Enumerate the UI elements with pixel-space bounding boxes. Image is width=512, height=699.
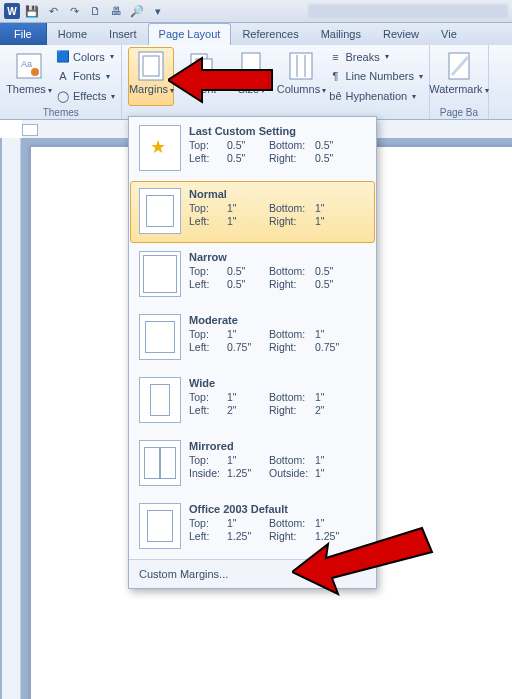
qat-button-5[interactable]: 🖶 bbox=[107, 2, 125, 20]
effects-button[interactable]: ◯Effects▾ bbox=[56, 87, 115, 106]
lbl: Top: bbox=[189, 328, 227, 340]
title-bar: W 💾 ↶ ↷ 🗋 🖶 🔎 ▾ bbox=[0, 0, 512, 23]
lbl: Left: bbox=[189, 404, 227, 416]
fonts-button[interactable]: AFonts▾ bbox=[56, 67, 115, 86]
val: 0.75" bbox=[227, 341, 269, 353]
tab-review[interactable]: Review bbox=[372, 23, 430, 45]
lbl: Bottom: bbox=[269, 202, 315, 214]
custom-margins-label: Custom Margins... bbox=[139, 568, 228, 580]
margins-icon bbox=[135, 50, 167, 82]
val: 1" bbox=[315, 215, 355, 227]
line-numbers-label: Line Numbers bbox=[345, 70, 413, 82]
margin-option-mirrored[interactable]: Mirrored Top:1"Bottom:1" Inside:1.25"Out… bbox=[130, 433, 375, 495]
lbl: Left: bbox=[189, 152, 227, 164]
chevron-down-icon: ▾ bbox=[412, 92, 416, 101]
tab-references[interactable]: References bbox=[231, 23, 309, 45]
margin-option-last-custom[interactable]: Last Custom Setting Top:0.5"Bottom:0.5" … bbox=[130, 118, 375, 180]
margin-option-office-2003[interactable]: Office 2003 Default Top:1"Bottom:1" Left… bbox=[130, 496, 375, 558]
svg-rect-8 bbox=[290, 53, 312, 79]
val: 0.5" bbox=[227, 265, 269, 277]
orientation-button[interactable]: Orientation bbox=[178, 47, 224, 106]
margin-option-normal[interactable]: Normal Top:1"Bottom:1" Left:1"Right:1" bbox=[130, 181, 375, 243]
lbl: Right: bbox=[269, 341, 315, 353]
lbl: Top: bbox=[189, 454, 227, 466]
margin-preview-icon bbox=[139, 503, 181, 549]
lbl: Right: bbox=[269, 215, 315, 227]
chevron-down-icon: ▾ bbox=[419, 72, 423, 81]
qat-redo[interactable]: ↷ bbox=[65, 2, 83, 20]
tab-file[interactable]: File bbox=[0, 23, 47, 45]
lbl: Bottom: bbox=[269, 328, 315, 340]
val: 1" bbox=[315, 328, 355, 340]
tab-mailings[interactable]: Mailings bbox=[310, 23, 372, 45]
hyphenation-button[interactable]: bêHyphenation▾ bbox=[328, 87, 422, 106]
option-title: Wide bbox=[189, 377, 366, 389]
lbl: Outside: bbox=[269, 467, 315, 479]
breaks-label: Breaks bbox=[345, 51, 379, 63]
margin-option-narrow[interactable]: Narrow Top:0.5"Bottom:0.5" Left:0.5"Righ… bbox=[130, 244, 375, 306]
svg-text:Aa: Aa bbox=[21, 59, 32, 69]
lbl: Top: bbox=[189, 265, 227, 277]
tab-insert[interactable]: Insert bbox=[98, 23, 148, 45]
tab-view[interactable]: Vie bbox=[430, 23, 468, 45]
val: 0.5" bbox=[227, 139, 269, 151]
chevron-down-icon: ▾ bbox=[385, 52, 389, 61]
val: 1" bbox=[227, 202, 269, 214]
watermark-label: Watermark bbox=[429, 83, 482, 95]
val: 2" bbox=[315, 404, 355, 416]
tab-page-layout[interactable]: Page Layout bbox=[148, 23, 232, 45]
lbl: Left: bbox=[189, 530, 227, 542]
qat-button-6[interactable]: 🔎 bbox=[128, 2, 146, 20]
word-icon: W bbox=[4, 3, 20, 19]
val: 1" bbox=[227, 328, 269, 340]
margin-preview-icon bbox=[139, 440, 181, 486]
columns-button[interactable]: Columns▾ bbox=[278, 47, 324, 106]
qat-undo[interactable]: ↶ bbox=[44, 2, 62, 20]
val: 1" bbox=[315, 517, 355, 529]
margins-dropdown: Last Custom Setting Top:0.5"Bottom:0.5" … bbox=[128, 116, 377, 589]
effects-icon: ◯ bbox=[56, 89, 70, 103]
chevron-down-icon: ▾ bbox=[111, 92, 115, 101]
qat-save[interactable]: 💾 bbox=[23, 2, 41, 20]
val: 1" bbox=[315, 454, 355, 466]
val: 1" bbox=[227, 517, 269, 529]
themes-button[interactable]: Aa Themes▾ bbox=[6, 47, 52, 106]
val: 0.5" bbox=[315, 139, 355, 151]
chevron-down-icon: ▾ bbox=[485, 86, 489, 95]
themes-label: Themes bbox=[6, 83, 46, 95]
tab-home[interactable]: Home bbox=[47, 23, 98, 45]
group-label-themes: Themes bbox=[6, 106, 115, 119]
margins-button[interactable]: Margins▾ bbox=[128, 47, 174, 106]
line-numbers-icon: ¶ bbox=[328, 69, 342, 83]
size-label: Size bbox=[238, 83, 259, 95]
hyphenation-icon: bê bbox=[328, 89, 342, 103]
val: 1.25" bbox=[227, 467, 269, 479]
group-label-page-bg: Page Ba bbox=[436, 106, 482, 119]
lbl: Bottom: bbox=[269, 454, 315, 466]
margin-option-wide[interactable]: Wide Top:1"Bottom:1" Left:2"Right:2" bbox=[130, 370, 375, 432]
val: 0.5" bbox=[315, 278, 355, 290]
margin-option-moderate[interactable]: Moderate Top:1"Bottom:1" Left:0.75"Right… bbox=[130, 307, 375, 369]
custom-margins-button[interactable]: Custom Margins... bbox=[129, 559, 376, 588]
margin-preview-icon bbox=[139, 125, 181, 171]
val: 1" bbox=[315, 202, 355, 214]
svg-rect-6 bbox=[196, 59, 212, 73]
ruler-vertical[interactable] bbox=[2, 138, 21, 699]
line-numbers-button[interactable]: ¶Line Numbers▾ bbox=[328, 67, 422, 86]
breaks-button[interactable]: ≡Breaks▾ bbox=[328, 47, 422, 66]
lbl: Top: bbox=[189, 391, 227, 403]
qat-customize[interactable]: ▾ bbox=[149, 2, 167, 20]
lbl: Bottom: bbox=[269, 139, 315, 151]
val: 1" bbox=[315, 467, 355, 479]
lbl: Right: bbox=[269, 278, 315, 290]
watermark-button[interactable]: Watermark▾ bbox=[436, 47, 482, 106]
columns-icon bbox=[285, 50, 317, 82]
margin-preview-icon bbox=[139, 251, 181, 297]
size-icon bbox=[235, 50, 267, 82]
lbl: Right: bbox=[269, 404, 315, 416]
colors-button[interactable]: 🟦Colors▾ bbox=[56, 47, 115, 66]
size-button[interactable]: Size▾ bbox=[228, 47, 274, 106]
val: 0.5" bbox=[227, 278, 269, 290]
qat-button-4[interactable]: 🗋 bbox=[86, 2, 104, 20]
lbl: Left: bbox=[189, 215, 227, 227]
